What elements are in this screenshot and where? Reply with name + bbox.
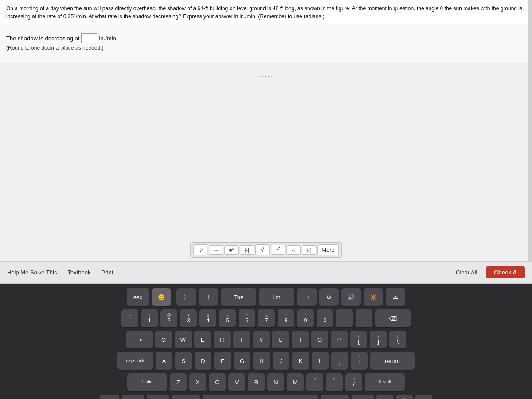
clear-all-button[interactable]: Clear All — [452, 267, 481, 278]
parentheses-button[interactable]: (▪) — [302, 245, 316, 255]
key-f[interactable]: F — [214, 352, 231, 370]
key-a[interactable]: A — [156, 352, 172, 370]
key-esc[interactable]: esc — [127, 288, 149, 306]
key-fn[interactable]: fn — [100, 395, 119, 399]
key-pipe[interactable]: l — [199, 288, 218, 306]
key-backslash[interactable]: |\ — [389, 331, 406, 348]
key-return[interactable]: return — [370, 352, 415, 370]
key-eject[interactable]: ⏏ — [386, 288, 405, 306]
key-chevron-right[interactable]: 〉 — [176, 288, 196, 306]
sqrt-button[interactable]: √ — [255, 244, 270, 255]
key-h[interactable]: H — [253, 352, 270, 370]
key-n[interactable]: N — [267, 373, 284, 391]
key-2[interactable]: @ 2 — [160, 309, 177, 327]
key-arrow-up[interactable]: ↑ — [396, 395, 413, 399]
dots-indicator: ..... — [259, 71, 273, 79]
answer-note: (Round to one decimal place as needed.) — [6, 45, 526, 51]
key-5[interactable]: % 5 — [219, 309, 236, 327]
key-m[interactable]: M — [287, 373, 304, 391]
problem-text: On a morning of a day when the sun will … — [0, 0, 532, 24]
key-the[interactable]: The — [221, 288, 256, 306]
key-l[interactable]: L — [312, 352, 329, 370]
check-answer-button[interactable]: Check A — [486, 266, 525, 278]
main-content-area: On a morning of a day when the sun will … — [0, 0, 532, 284]
nth-root-button[interactable]: ∜ — [271, 245, 285, 255]
key-p[interactable]: P — [331, 331, 348, 348]
key-space[interactable] — [203, 395, 318, 399]
key-rbracket[interactable]: }] — [370, 331, 387, 348]
key-capslock[interactable]: caps lock — [117, 352, 153, 370]
absolute-value-button[interactable]: |▪| — [240, 245, 254, 255]
keyboard-top-row: esc 😊 〉 l The I'm 〈 ⚙ 🔊 🔆 ⏏ — [127, 288, 405, 306]
key-cmd-left[interactable]: ⌘ command — [172, 395, 200, 399]
key-option-right[interactable]: ⌥ option — [352, 395, 374, 399]
key-k[interactable]: K — [292, 352, 309, 370]
key-x[interactable]: X — [189, 373, 206, 391]
key-7[interactable]: & 7 — [258, 309, 275, 327]
key-0[interactable]: ) 0 — [317, 309, 333, 327]
key-chevron-left[interactable]: 〈 — [297, 288, 317, 306]
key-e[interactable]: E — [194, 331, 211, 348]
answer-prefix: The shadow is decreasing at — [6, 35, 79, 42]
key-period[interactable]: >. — [326, 373, 343, 391]
key-4[interactable]: $ 4 — [200, 309, 216, 327]
key-im[interactable]: I'm — [259, 288, 294, 306]
math-toolbar: ⅟ ▪▫ ■° |▪| √ ∜ ▪. (▪) More — [190, 242, 342, 258]
key-option[interactable]: ⌥ option — [147, 395, 169, 399]
key-settings[interactable]: ⚙ — [319, 288, 339, 306]
key-arrow-right[interactable]: → — [415, 395, 432, 399]
key-8[interactable]: * 8 — [278, 309, 294, 327]
key-tab[interactable]: ⇥ — [126, 331, 153, 348]
key-d[interactable]: D — [195, 352, 211, 370]
key-o[interactable]: O — [311, 331, 328, 348]
key-minus[interactable]: _ - — [336, 309, 353, 327]
key-tilde[interactable]: ~ ` — [121, 309, 138, 327]
key-emoji[interactable]: 😊 — [152, 288, 171, 306]
key-b[interactable]: B — [248, 373, 265, 391]
keyboard-number-row: ~ ` ! 1 @ 2 # 3 $ 4 % 5 ^ 6 & 7 — [121, 309, 411, 327]
key-quote[interactable]: "' — [351, 352, 368, 370]
key-w[interactable]: W — [175, 331, 192, 348]
key-rshift[interactable]: ⇧ shift — [365, 373, 405, 391]
key-t[interactable]: T — [233, 331, 250, 348]
action-bar: Help Me Solve This Textbook Print Clear … — [0, 261, 532, 283]
key-volume[interactable]: 🔊 — [341, 288, 361, 306]
decimal-button[interactable]: ▪. — [286, 245, 301, 255]
key-j[interactable]: J — [273, 352, 289, 370]
superscript-button[interactable]: ■° — [224, 245, 239, 255]
key-semicolon[interactable]: :; — [331, 352, 348, 370]
answer-suffix: in./min. — [99, 35, 117, 42]
key-q[interactable]: Q — [155, 331, 172, 348]
key-brightness[interactable]: 🔆 — [364, 288, 383, 306]
scroll-indicator[interactable] — [528, 0, 532, 283]
key-9[interactable]: ( 9 — [297, 309, 314, 327]
key-g[interactable]: G — [234, 352, 250, 370]
key-y[interactable]: Y — [253, 331, 270, 348]
key-c[interactable]: C — [209, 373, 226, 391]
key-1[interactable]: ! 1 — [141, 309, 158, 327]
key-s[interactable]: S — [175, 352, 192, 370]
key-3[interactable]: # 3 — [180, 309, 197, 327]
key-z[interactable]: Z — [170, 373, 187, 391]
help-link[interactable]: Help Me Solve This — [7, 269, 57, 276]
key-v[interactable]: V — [228, 373, 245, 391]
key-r[interactable]: R — [214, 331, 231, 348]
key-cmd-right[interactable]: ⌘ command — [321, 395, 349, 399]
textbook-link[interactable]: Textbook — [67, 269, 90, 276]
key-u[interactable]: U — [272, 331, 289, 348]
key-arrow-left[interactable]: ← — [376, 395, 393, 399]
key-lshift[interactable]: ⇧ shift — [127, 373, 167, 391]
fraction-button[interactable]: ⅟ — [193, 244, 207, 255]
key-slash[interactable]: ?/ — [345, 373, 362, 391]
mixed-number-button[interactable]: ▪▫ — [209, 245, 223, 255]
key-delete[interactable]: ⌫ — [375, 309, 411, 327]
key-6[interactable]: ^ 6 — [239, 309, 255, 327]
key-equals[interactable]: + = — [356, 309, 372, 327]
key-comma[interactable]: <, — [306, 373, 323, 391]
key-ctrl[interactable]: control — [122, 395, 144, 399]
key-i[interactable]: I — [292, 331, 309, 348]
key-lbracket[interactable]: {[ — [350, 331, 367, 348]
print-link[interactable]: Print — [102, 269, 113, 276]
more-button[interactable]: More — [317, 244, 339, 255]
answer-input[interactable] — [81, 33, 97, 43]
